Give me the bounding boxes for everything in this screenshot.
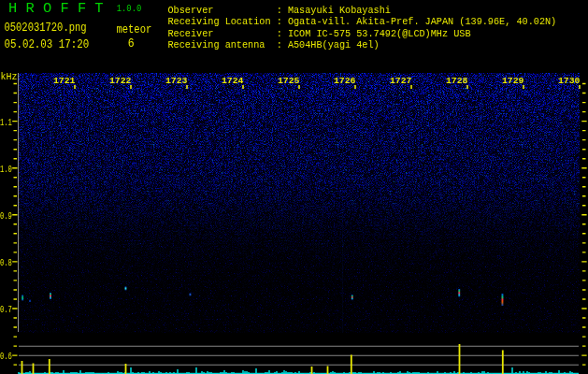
svg-text:meteor: meteor: [117, 23, 152, 36]
svg-text:1.1: 1.1: [0, 116, 12, 128]
svg-text:Receiver : ICOM IC-5: Receiver : ICOM IC-575 53.7492(@LCD)MHz …: [168, 29, 471, 39]
svg-text:1726: 1726: [334, 76, 356, 86]
svg-text:0.7: 0.7: [0, 304, 12, 316]
svg-text:1.0: 1.0: [0, 163, 12, 175]
svg-text:05.02.03 17:20: 05.02.03 17:20: [5, 37, 90, 50]
svg-text:1724: 1724: [222, 76, 244, 86]
svg-text:1725: 1725: [278, 76, 300, 86]
svg-text:1721: 1721: [53, 76, 76, 86]
svg-text:1729: 1729: [502, 76, 524, 86]
svg-text:1727: 1727: [390, 76, 412, 86]
svg-text:1730: 1730: [558, 76, 581, 86]
svg-text:kHz: kHz: [1, 70, 18, 82]
svg-text:1722: 1722: [109, 76, 132, 86]
svg-text:1.0.0: 1.0.0: [117, 3, 141, 14]
svg-text:Observer : Masayuki: Observer : Masayuki Kobayashi: [168, 6, 391, 16]
svg-text:Receiving Location : Ogata-vil: Receiving Location : Ogata-vill. Akita-P…: [168, 17, 557, 27]
svg-text:0.8: 0.8: [0, 257, 12, 269]
svg-text:H R O F F T: H R O F F T: [8, 0, 104, 17]
svg-text:1723: 1723: [165, 76, 188, 86]
svg-text:6: 6: [128, 36, 135, 50]
svg-text:Receiving antenna : A504HB(ya: Receiving antenna : A504HB(yagi 4el): [168, 40, 380, 50]
svg-text:0502031720.png: 0502031720.png: [5, 22, 87, 34]
svg-text:1728: 1728: [446, 76, 468, 86]
svg-text:0.9: 0.9: [0, 209, 12, 222]
svg-text:0.6: 0.6: [0, 351, 12, 363]
